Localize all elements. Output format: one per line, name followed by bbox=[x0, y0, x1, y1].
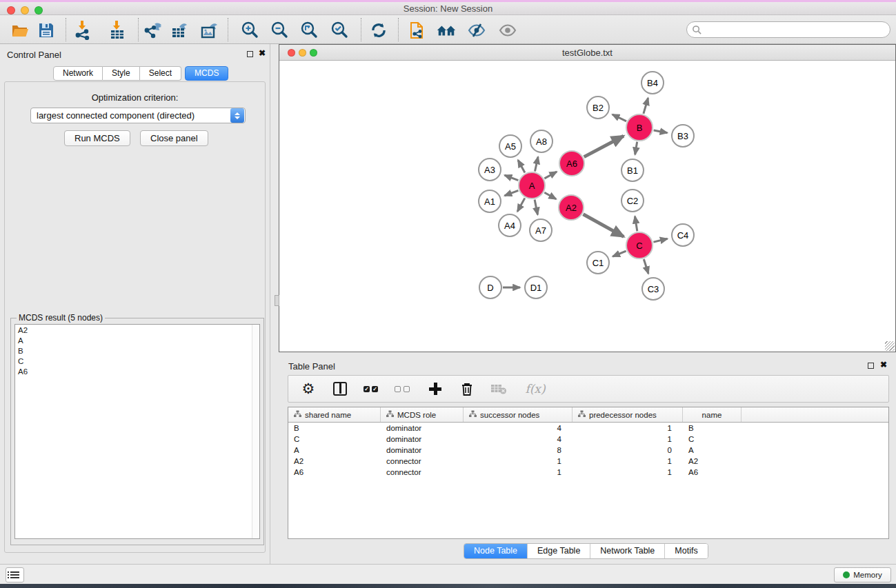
graph-node-D[interactable]: D bbox=[479, 276, 502, 299]
tab-network-table[interactable]: Network Table bbox=[590, 544, 664, 558]
function-builder-icon[interactable]: f(x) bbox=[521, 380, 549, 398]
zoom-window-icon[interactable] bbox=[34, 6, 43, 14]
table-cell[interactable]: 0 bbox=[573, 445, 683, 456]
close-table-panel-icon[interactable]: ✖ bbox=[880, 360, 887, 369]
close-panel-icon[interactable]: ✖ bbox=[259, 48, 266, 58]
table-cell[interactable]: A bbox=[288, 445, 381, 456]
graph-edge-C-C3[interactable] bbox=[644, 259, 648, 274]
add-column-icon[interactable] bbox=[426, 380, 444, 398]
column-header-predecessor-nodes[interactable]: predecessor nodes bbox=[573, 407, 683, 422]
graph-edge-A-A3[interactable] bbox=[505, 175, 519, 180]
show-graphics-details-icon[interactable] bbox=[497, 20, 518, 41]
table-cell[interactable]: 1 bbox=[573, 467, 683, 478]
graph-node-A4[interactable]: A4 bbox=[498, 214, 521, 237]
table-row[interactable]: A2connector11A2 bbox=[288, 456, 888, 467]
graph-edge-A-A6[interactable] bbox=[544, 172, 557, 179]
graph-edge-B-B3[interactable] bbox=[654, 130, 668, 133]
delete-column-icon[interactable] bbox=[458, 380, 476, 398]
graph-edge-A-A7[interactable] bbox=[535, 200, 537, 215]
zoom-out-icon[interactable] bbox=[269, 20, 290, 41]
tab-motifs[interactable]: Motifs bbox=[664, 544, 707, 558]
memory-button[interactable]: Memory bbox=[834, 567, 891, 582]
mcds-result-item[interactable]: B bbox=[15, 345, 259, 356]
graph-node-B[interactable]: B bbox=[626, 114, 653, 141]
graph-node-A7[interactable]: A7 bbox=[529, 219, 552, 242]
close-panel-button[interactable]: Close panel bbox=[140, 130, 208, 146]
graph-edge-B-B4[interactable] bbox=[644, 98, 648, 114]
run-mcds-button[interactable]: Run MCDS bbox=[64, 130, 130, 146]
import-network-icon[interactable] bbox=[72, 20, 93, 41]
graph-node-C[interactable]: C bbox=[626, 232, 653, 259]
node-table[interactable]: shared nameMCDS rolesuccessor nodesprede… bbox=[288, 407, 889, 539]
graph-node-A2[interactable]: A2 bbox=[558, 194, 584, 221]
first-neighbors-icon[interactable] bbox=[436, 20, 457, 41]
table-cell[interactable]: B bbox=[683, 423, 741, 434]
graph-node-C1[interactable]: C1 bbox=[586, 251, 610, 274]
table-cell[interactable]: C bbox=[683, 434, 741, 445]
select-all-checkboxes-icon[interactable]: ✓✓ bbox=[363, 380, 381, 398]
column-header-name[interactable]: name bbox=[683, 407, 741, 422]
float-panel-icon[interactable] bbox=[247, 50, 253, 59]
save-session-icon[interactable] bbox=[36, 20, 57, 41]
graph-node-A5[interactable]: A5 bbox=[499, 134, 522, 158]
close-window-icon[interactable] bbox=[7, 6, 15, 14]
graph-node-A6[interactable]: A6 bbox=[559, 150, 585, 176]
table-row[interactable]: A6connector11A6 bbox=[288, 467, 888, 478]
graph-edge-C-C4[interactable] bbox=[653, 239, 667, 242]
table-cell[interactable]: 4 bbox=[464, 423, 573, 434]
node-table-header[interactable]: shared nameMCDS rolesuccessor nodesprede… bbox=[288, 407, 888, 423]
graph-node-D1[interactable]: D1 bbox=[524, 276, 548, 299]
table-cell[interactable]: 1 bbox=[573, 456, 683, 467]
table-cell[interactable]: dominator bbox=[381, 434, 464, 445]
graph-edge-C-C2[interactable] bbox=[635, 216, 637, 232]
export-image-icon[interactable] bbox=[199, 20, 220, 41]
network-window-controls[interactable] bbox=[288, 49, 321, 59]
close-view-icon[interactable] bbox=[288, 49, 295, 57]
table-cell[interactable]: 4 bbox=[464, 434, 573, 445]
mcds-result-list[interactable]: A2ABCA6 bbox=[14, 324, 260, 539]
table-cell[interactable]: A6 bbox=[288, 467, 381, 478]
resize-grip-icon[interactable] bbox=[885, 341, 895, 351]
table-cell[interactable]: dominator bbox=[381, 423, 464, 434]
graph-node-B3[interactable]: B3 bbox=[671, 124, 695, 148]
graph-node-A3[interactable]: A3 bbox=[478, 158, 501, 181]
column-header-MCDS-role[interactable]: MCDS role bbox=[381, 407, 464, 422]
graph-node-C2[interactable]: C2 bbox=[621, 189, 644, 212]
task-history-button[interactable] bbox=[6, 567, 24, 582]
deselect-checkboxes-icon[interactable] bbox=[395, 380, 412, 398]
optimization-criterion-select[interactable]: largest connected component (directed) bbox=[30, 108, 246, 123]
graph-node-B4[interactable]: B4 bbox=[641, 71, 664, 94]
table-cell[interactable]: A6 bbox=[683, 467, 741, 478]
minimize-view-icon[interactable] bbox=[299, 49, 306, 57]
table-cell[interactable]: B bbox=[288, 423, 381, 434]
export-table-icon[interactable] bbox=[170, 20, 190, 41]
tab-edge-table[interactable]: Edge Table bbox=[527, 544, 590, 558]
table-cell[interactable]: connector bbox=[381, 467, 464, 478]
hide-graphics-details-icon[interactable] bbox=[466, 20, 487, 41]
table-cell[interactable]: dominator bbox=[381, 445, 464, 456]
graph-edge-A-A4[interactable] bbox=[517, 198, 525, 211]
table-cell[interactable]: 1 bbox=[464, 467, 573, 478]
network-canvas[interactable]: AA1A2A3A4A5A6A7A8BB1B2B3B4CC1C2C3C4DD1 bbox=[279, 61, 895, 352]
refresh-icon[interactable] bbox=[368, 20, 389, 41]
graph-node-B1[interactable]: B1 bbox=[621, 159, 644, 182]
tab-node-table[interactable]: Node Table bbox=[464, 544, 527, 558]
graph-edge-B-B2[interactable] bbox=[613, 114, 626, 121]
table-cell[interactable]: A bbox=[683, 445, 741, 456]
tab-network[interactable]: Network bbox=[53, 66, 103, 81]
graph-node-A8[interactable]: A8 bbox=[530, 130, 553, 153]
network-window-titlebar[interactable]: testGlobe.txt bbox=[279, 45, 895, 61]
table-cell[interactable]: connector bbox=[381, 456, 464, 467]
zoom-fit-icon[interactable] bbox=[299, 20, 319, 41]
dropdown-stepper-icon[interactable] bbox=[230, 108, 244, 123]
minimize-window-icon[interactable] bbox=[21, 6, 29, 14]
graph-node-B2[interactable]: B2 bbox=[586, 96, 610, 119]
float-table-panel-icon[interactable] bbox=[868, 361, 874, 371]
gear-icon[interactable]: ⚙ bbox=[299, 380, 317, 398]
table-cell[interactable]: 1 bbox=[573, 434, 683, 445]
table-row[interactable]: Adominator80A bbox=[288, 445, 888, 456]
graph-edge-A-A8[interactable] bbox=[535, 156, 538, 171]
table-cell[interactable]: 8 bbox=[464, 445, 573, 456]
splitter-handle-left[interactable] bbox=[275, 295, 279, 306]
graph-node-C3[interactable]: C3 bbox=[641, 277, 665, 301]
